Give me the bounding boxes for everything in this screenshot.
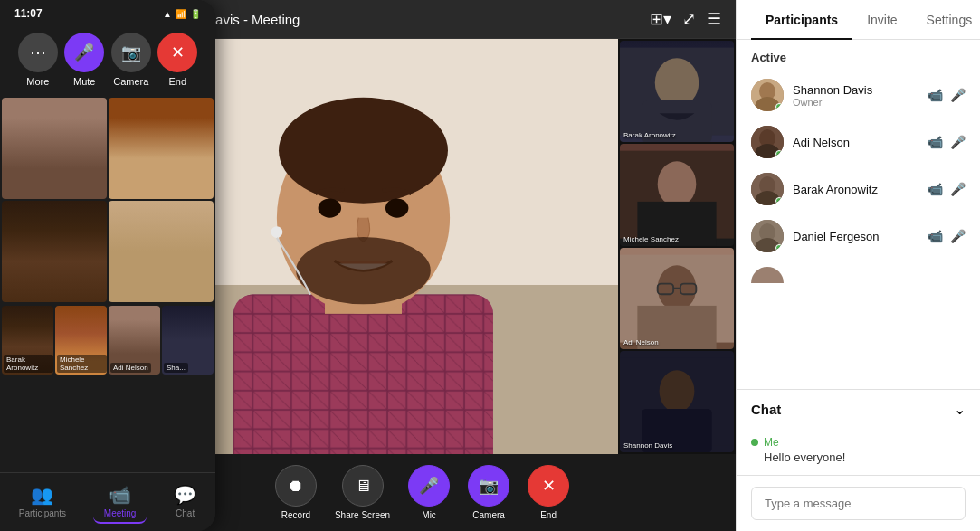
participant-icons-adi: 📹 🎤 xyxy=(928,135,966,149)
tab-settings[interactable]: Settings xyxy=(912,0,980,40)
strip-cell-1: Barak Aronowitz xyxy=(2,306,53,375)
tab-participants[interactable]: Participants xyxy=(751,0,852,40)
phone-bottom-strip: Barak Aronowitz Michele Sanchez Adi Nels… xyxy=(0,304,215,376)
phone-camera-btn[interactable]: 📷 Camera xyxy=(111,33,151,87)
phone-overlay: 11:07 ▲ 📶 🔋 ⋯ More 🎤 Mute 📷 Camera ✕ End xyxy=(0,0,215,531)
participant-info-daniel: Daniel Fergeson xyxy=(793,230,918,243)
thumb-michele[interactable]: Michele Sanchez xyxy=(620,144,734,245)
thumb-shannon-label: Shannon Davis xyxy=(623,441,672,450)
phone-time: 11:07 xyxy=(14,7,43,20)
signal-icon: 📶 xyxy=(176,9,186,19)
status-dot-adi xyxy=(775,150,783,157)
record-button[interactable]: ⏺ Record xyxy=(275,465,317,520)
mic-icon: 🎤 xyxy=(64,33,104,72)
svg-point-8 xyxy=(319,198,341,217)
phone-video-grid xyxy=(0,96,215,304)
svg-point-29 xyxy=(660,370,695,412)
phone-nav-meeting[interactable]: 📹 Meeting xyxy=(93,480,147,524)
thumbnails-sidebar: Barak Aronowitz Michele Sanchez xyxy=(618,39,736,454)
chat-collapse-icon: ⌄ xyxy=(954,401,966,418)
video-icon-barak: 📹 xyxy=(928,182,943,196)
record-icon: ⏺ xyxy=(275,465,317,507)
menu-icon[interactable]: ☰ xyxy=(707,9,721,29)
video-icon-shannon: 📹 xyxy=(928,88,943,102)
chat-header[interactable]: Chat ⌄ xyxy=(737,390,980,429)
meeting-header-icons: ⊞▾ ⤢ ☰ xyxy=(650,9,721,29)
phone-video-cell-2 xyxy=(109,98,214,199)
avatar-adi xyxy=(751,126,784,158)
status-dot-daniel xyxy=(775,244,783,251)
participant-row-shannon: Shannon Davis Owner 📹 🎤 xyxy=(737,71,980,119)
svg-point-9 xyxy=(385,198,408,217)
participants-list: Shannon Davis Owner 📹 🎤 Adi Nelson xyxy=(737,71,980,389)
meeting-nav-icon: 📹 xyxy=(109,484,131,506)
phone-end-btn[interactable]: ✕ End xyxy=(157,33,197,87)
right-tabs: Participants Invite Settings xyxy=(737,0,980,40)
strip-cell-2: Michele Sanchez xyxy=(55,306,107,375)
participant-role-shannon: Owner xyxy=(793,97,918,108)
share-screen-icon: 🖥 xyxy=(342,465,384,507)
thumb-adi[interactable]: Adi Nelson xyxy=(620,248,734,349)
avatar-shannon xyxy=(751,79,784,111)
participant-row-barak: Barak Aronowitz 📹 🎤 xyxy=(737,166,980,213)
chat-section: Chat ⌄ Me Hello everyone! xyxy=(737,389,980,475)
partial-avatar-row xyxy=(737,260,980,290)
participant-row-adi: Adi Nelson 📹 🎤 xyxy=(737,119,980,166)
participant-icons-barak: 📹 🎤 xyxy=(928,182,966,196)
phone-status-bar: 11:07 ▲ 📶 🔋 xyxy=(0,0,215,24)
chat-input-area xyxy=(737,475,980,531)
phone-controls: ⋯ More 🎤 Mute 📷 Camera ✕ End xyxy=(0,24,215,96)
thumb-barak[interactable]: Barak Aronowitz xyxy=(620,41,734,142)
svg-rect-4 xyxy=(233,295,493,454)
mic-icon-daniel: 🎤 xyxy=(950,229,966,243)
chat-title: Chat xyxy=(751,402,781,417)
chat-input[interactable] xyxy=(751,487,966,520)
phone-mute-btn[interactable]: 🎤 Mute xyxy=(64,33,104,87)
end-icon: ✕ xyxy=(528,465,569,507)
participant-name-shannon: Shannon Davis xyxy=(793,83,918,97)
phone-more-btn[interactable]: ⋯ More xyxy=(18,33,58,87)
svg-point-20 xyxy=(658,162,697,207)
video-icon-daniel: 📹 xyxy=(928,229,943,243)
strip-cell-4: Sha... xyxy=(162,306,214,375)
phone-nav-chat[interactable]: 💬 Chat xyxy=(163,480,207,524)
thumb-shannon[interactable]: Shannon Davis xyxy=(620,351,734,452)
phone-video-cell-1 xyxy=(2,98,107,199)
participant-icons-daniel: 📹 🎤 xyxy=(928,229,966,243)
expand-icon[interactable]: ⤢ xyxy=(682,9,696,29)
mic-button[interactable]: 🎤 Mic xyxy=(408,465,450,520)
participant-info-shannon: Shannon Davis Owner xyxy=(793,83,918,108)
status-dot-shannon xyxy=(775,103,783,110)
layout-icon[interactable]: ⊞▾ xyxy=(650,9,671,29)
participant-name-daniel: Daniel Fergeson xyxy=(793,230,918,243)
status-dot-barak xyxy=(775,197,783,204)
tab-invite[interactable]: Invite xyxy=(852,0,911,40)
thumb-michele-label: Michele Sanchez xyxy=(623,235,679,243)
share-screen-button[interactable]: 🖥 Share Screen xyxy=(335,465,390,520)
right-panel: Participants Invite Settings Active Shan… xyxy=(736,0,980,531)
active-section-label: Active xyxy=(737,40,980,71)
participant-name-barak: Barak Aronowitz xyxy=(793,183,918,196)
participant-row-daniel: Daniel Fergeson 📹 🎤 xyxy=(737,213,980,260)
avatar-daniel xyxy=(751,220,784,252)
phone-video-cell-3 xyxy=(2,201,107,302)
camera-icon: 📷 xyxy=(468,465,509,507)
svg-point-11 xyxy=(271,226,283,238)
participant-info-adi: Adi Nelson xyxy=(793,136,918,149)
chat-nav-icon: 💬 xyxy=(174,484,196,506)
svg-point-17 xyxy=(655,58,699,107)
phone-nav-participants[interactable]: 👥 Participants xyxy=(8,480,77,524)
thumb-adi-label: Adi Nelson xyxy=(623,338,659,346)
strip-cell-3: Adi Nelson xyxy=(109,306,160,375)
battery-icon: 🔋 xyxy=(190,9,201,19)
camera-button[interactable]: 📷 Camera xyxy=(468,465,509,520)
phone-video-cell-4 xyxy=(109,201,214,302)
end-button[interactable]: ✕ End xyxy=(528,465,569,520)
chat-message-sender: Me xyxy=(751,436,966,449)
mic-icon-adi: 🎤 xyxy=(950,135,966,149)
thumb-barak-label: Barak Aronowitz xyxy=(623,131,676,139)
online-dot xyxy=(751,439,758,446)
chat-message-text: Hello everyone! xyxy=(764,450,966,464)
wifi-icon: ▲ xyxy=(163,9,172,19)
end-icon: ✕ xyxy=(157,33,197,72)
